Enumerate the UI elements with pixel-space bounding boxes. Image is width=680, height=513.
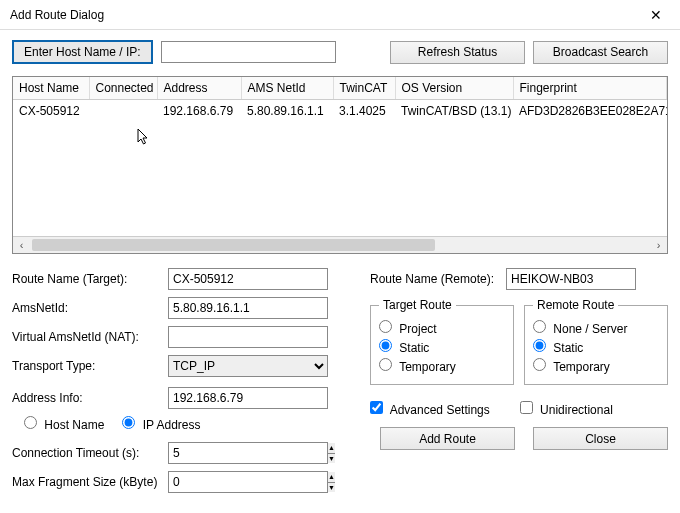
virtual-amsnetid-input[interactable]	[168, 326, 328, 348]
top-row: Enter Host Name / IP: Refresh Status Bro…	[12, 40, 668, 64]
remote-route-group: Remote Route None / Server Static Tempor…	[524, 298, 668, 385]
maxfrag-stepper[interactable]: ▲▼	[168, 471, 328, 493]
spin-down-icon[interactable]: ▼	[328, 483, 335, 493]
col-hostname[interactable]: Host Name	[13, 77, 89, 100]
col-amsnetid[interactable]: AMS NetId	[241, 77, 333, 100]
close-icon[interactable]: ✕	[636, 1, 676, 29]
route-name-remote-label: Route Name (Remote):	[370, 272, 500, 286]
cursor-icon	[137, 128, 151, 150]
close-button[interactable]: Close	[533, 427, 668, 450]
timeout-input[interactable]	[169, 443, 327, 463]
title-bar: Add Route Dialog ✕	[0, 0, 680, 30]
right-form: Route Name (Remote): Target Route Projec…	[370, 268, 668, 500]
broadcast-search-button[interactable]: Broadcast Search	[533, 41, 668, 64]
window-title: Add Route Dialog	[10, 8, 636, 22]
col-twincat[interactable]: TwinCAT	[333, 77, 395, 100]
scroll-left-icon[interactable]: ‹	[13, 237, 30, 253]
remote-route-temporary[interactable]: Temporary	[533, 358, 610, 374]
table-row[interactable]: CX-505912 192.168.6.79 5.80.89.16.1.1 3.…	[13, 100, 667, 123]
address-info-input[interactable]	[168, 387, 328, 409]
route-name-target-input[interactable]	[168, 268, 328, 290]
maxfrag-label: Max Fragment Size (kByte)	[12, 475, 162, 489]
col-fingerprint[interactable]: Fingerprint	[513, 77, 667, 100]
dialog-body: Enter Host Name / IP: Refresh Status Bro…	[0, 30, 680, 510]
virtual-amsnetid-label: Virtual AmsNetId (NAT):	[12, 330, 162, 344]
route-name-target-label: Route Name (Target):	[12, 272, 162, 286]
scroll-thumb[interactable]	[32, 239, 435, 251]
address-info-label: Address Info:	[12, 391, 162, 405]
maxfrag-input[interactable]	[169, 472, 327, 492]
unidirectional-checkbox[interactable]: Unidirectional	[520, 401, 613, 417]
target-route-group: Target Route Project Static Temporary	[370, 298, 514, 385]
timeout-label: Connection Timeout (s):	[12, 446, 162, 460]
target-route-legend: Target Route	[379, 298, 456, 312]
hosts-table[interactable]: Host Name Connected Address AMS NetId Tw…	[12, 76, 668, 254]
transport-type-label: Transport Type:	[12, 359, 162, 373]
scroll-track[interactable]	[30, 237, 650, 253]
target-route-temporary[interactable]: Temporary	[379, 358, 456, 374]
table-header-row[interactable]: Host Name Connected Address AMS NetId Tw…	[13, 77, 667, 100]
spin-down-icon[interactable]: ▼	[328, 454, 335, 464]
col-connected[interactable]: Connected	[89, 77, 157, 100]
horizontal-scrollbar[interactable]: ‹ ›	[13, 236, 667, 253]
target-route-static[interactable]: Static	[379, 339, 429, 355]
route-name-remote-input[interactable]	[506, 268, 636, 290]
col-osversion[interactable]: OS Version	[395, 77, 513, 100]
remote-route-static[interactable]: Static	[533, 339, 583, 355]
remote-route-legend: Remote Route	[533, 298, 618, 312]
target-route-project[interactable]: Project	[379, 320, 437, 336]
spin-up-icon[interactable]: ▲	[328, 443, 335, 454]
address-mode-group: Host Name IP Address	[12, 416, 352, 432]
refresh-status-button[interactable]: Refresh Status	[390, 41, 525, 64]
advanced-settings-checkbox[interactable]: Advanced Settings	[370, 401, 490, 417]
col-address[interactable]: Address	[157, 77, 241, 100]
add-route-button[interactable]: Add Route	[380, 427, 515, 450]
host-input[interactable]	[161, 41, 336, 63]
amsnetid-label: AmsNetId:	[12, 301, 162, 315]
enter-host-label: Enter Host Name / IP:	[24, 45, 141, 59]
addr-mode-hostname-radio[interactable]: Host Name	[24, 416, 104, 432]
enter-host-button[interactable]: Enter Host Name / IP:	[12, 40, 153, 64]
addr-mode-ip-radio[interactable]: IP Address	[122, 416, 200, 432]
scroll-right-icon[interactable]: ›	[650, 237, 667, 253]
remote-route-none[interactable]: None / Server	[533, 320, 627, 336]
amsnetid-input[interactable]	[168, 297, 328, 319]
transport-type-select[interactable]: TCP_IP	[168, 355, 328, 377]
spin-up-icon[interactable]: ▲	[328, 472, 335, 483]
left-form: Route Name (Target): AmsNetId: Virtual A…	[12, 268, 352, 500]
timeout-stepper[interactable]: ▲▼	[168, 442, 328, 464]
